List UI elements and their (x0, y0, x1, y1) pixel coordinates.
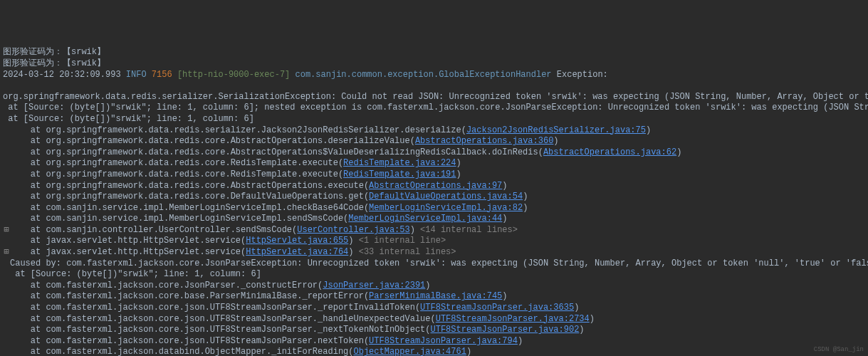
source-link[interactable]: ParserMinimalBase.java:745 (369, 291, 502, 301)
log-timestamp: 2024-03-12 20:32:09.993 (3, 70, 121, 80)
stack-suffix: ) (425, 281, 430, 290)
stack-frame: at org.springframework.data.redis.core.R… (3, 158, 865, 169)
gutter-spacer (3, 147, 10, 159)
exception-source-2: at [Source: (byte[])"srwik"; line: 1, co… (3, 114, 865, 125)
source-link[interactable]: JsonParser.java:2391 (323, 281, 425, 290)
stack-suffix: ) (579, 325, 584, 335)
stack-prefix: at org.springframework.data.redis.core.R… (10, 158, 343, 168)
stack-prefix: at org.springframework.data.redis.core.A… (10, 181, 369, 191)
gutter-spacer (3, 136, 10, 147)
exception-message: org.springframework.data.redis.serialize… (3, 92, 865, 103)
gutter-spacer (3, 303, 10, 314)
stack-prefix: at com.sanjin.service.impl.MemberLoginSe… (10, 203, 369, 213)
stack-suffix: ) (553, 136, 558, 146)
gutter-spacer (3, 347, 10, 356)
stack-prefix: at com.fasterxml.jackson.core.base.Parse… (10, 291, 369, 301)
stack-prefix: at com.fasterxml.jackson.core.json.UTF8S… (10, 314, 436, 324)
stack-frame: at org.springframework.data.redis.core.R… (3, 169, 865, 181)
source-link[interactable]: UTF8StreamJsonParser.java:2734 (436, 314, 590, 324)
stack-frame: at com.fasterxml.jackson.core.json.UTF8S… (3, 314, 865, 325)
caused-by-source: at [Source: (byte[])"srwik"; line: 1, co… (3, 269, 865, 281)
expand-icon[interactable]: ⊞ (3, 247, 10, 258)
stack-frame: at javax.servlet.http.HttpServlet.servic… (3, 236, 865, 247)
source-link[interactable]: UserController.java:53 (297, 225, 409, 235)
stack-frame: ⊞ at javax.servlet.http.HttpServlet.serv… (3, 247, 865, 258)
stack-suffix: ) (502, 181, 507, 191)
stack-suffix: ) (518, 336, 523, 346)
gutter-spacer (3, 125, 10, 137)
source-link[interactable]: UTF8StreamJsonParser.java:902 (431, 325, 580, 335)
source-link[interactable]: Jackson2JsonRedisSerializer.java:75 (466, 125, 646, 135)
gutter-spacer (3, 181, 10, 192)
log-level: INFO (126, 70, 147, 80)
internal-lines: <33 internal lines> (359, 247, 456, 257)
source-link[interactable]: MemberLoginServiceImpl.java:44 (348, 214, 502, 224)
gutter-spacer (3, 325, 10, 336)
stack-suffix: ) (410, 225, 420, 235)
stack-prefix: at org.springframework.data.redis.core.D… (10, 192, 369, 201)
watermark: CSDN @San_jin (814, 346, 864, 355)
stack-prefix: at com.fasterxml.jackson.databind.Object… (10, 347, 353, 356)
stack-prefix: at com.sanjin.service.impl.MemberLoginSe… (10, 214, 348, 224)
gutter-spacer (3, 314, 10, 325)
stack-frame: at org.springframework.data.redis.core.A… (3, 181, 865, 192)
stack-frame: ⊞ at com.sanjin.controller.UserControlle… (3, 225, 865, 236)
log-class-name: com.sanjin.common.exception.GlobalExcept… (296, 70, 552, 80)
source-link[interactable]: AbstractOperations.java:360 (415, 136, 553, 146)
caused-by-message: Caused by: com.fasterxml.jackson.core.Js… (3, 258, 865, 270)
stack-prefix: at org.springframework.data.redis.core.A… (10, 147, 543, 157)
stack-frame: at org.springframework.data.redis.serial… (3, 125, 865, 137)
source-link[interactable]: MemberLoginServiceImpl.java:82 (369, 203, 523, 213)
stack-prefix: at com.fasterxml.jackson.core.JsonParser… (10, 281, 323, 290)
stack-suffix: ) (646, 125, 651, 135)
log-exception-label: Exception: (552, 70, 608, 80)
source-link[interactable]: ObjectMapper.java:4761 (353, 347, 466, 356)
blank-line (3, 80, 865, 92)
log-thread-name: [http-nio-9000-exec-7] (177, 70, 290, 80)
internal-lines: <14 internal lines> (420, 225, 518, 235)
source-link[interactable]: UTF8StreamJsonParser.java:3635 (420, 303, 574, 313)
stack-suffix: ) (676, 147, 681, 157)
source-link[interactable]: RedisTemplate.java:191 (343, 169, 456, 179)
source-link[interactable]: RedisTemplate.java:224 (343, 158, 456, 168)
gutter-spacer (3, 281, 10, 292)
stack-prefix: at org.springframework.data.redis.serial… (10, 125, 466, 135)
stack-suffix: ) (456, 169, 461, 179)
stack-suffix: ) (590, 314, 595, 324)
log-thread-id: 7156 (152, 70, 172, 80)
stack-frame: at com.sanjin.service.impl.MemberLoginSe… (3, 203, 865, 214)
source-link[interactable]: DefaultValueOperations.java:54 (369, 192, 523, 201)
stack-suffix: ) (523, 203, 528, 213)
stack-suffix: ) (523, 192, 528, 201)
gutter-spacer (3, 158, 10, 169)
stack-frame: at org.springframework.data.redis.core.A… (3, 136, 865, 147)
gutter-spacer (3, 169, 10, 181)
log-meta-line: 2024-03-12 20:32:09.993 INFO 7156 [http-… (3, 70, 865, 81)
stack-prefix: at com.fasterxml.jackson.core.json.UTF8S… (10, 303, 420, 313)
stack-suffix: ) (348, 247, 358, 257)
source-link[interactable]: HttpServlet.java:764 (246, 247, 348, 257)
stack-frame: at org.springframework.data.redis.core.D… (3, 192, 865, 203)
gutter-spacer (3, 214, 10, 225)
stack-frame: at com.sanjin.service.impl.MemberLoginSe… (3, 214, 865, 225)
stack-prefix: at com.sanjin.controller.UserController.… (10, 225, 297, 235)
source-link[interactable]: AbstractOperations.java:62 (543, 147, 676, 157)
stack-suffix: ) (456, 158, 461, 168)
stack-prefix: at javax.servlet.http.HttpServlet.servic… (10, 247, 246, 257)
stack-frame: at com.fasterxml.jackson.core.json.UTF8S… (3, 303, 865, 314)
gutter-spacer (3, 336, 10, 347)
stack-frame: at com.fasterxml.jackson.databind.Object… (3, 347, 865, 356)
stack-suffix: ) (502, 291, 507, 301)
stack-prefix: at javax.servlet.http.HttpServlet.servic… (10, 236, 246, 246)
source-link[interactable]: HttpServlet.java:655 (246, 236, 348, 246)
stack-suffix: ) (502, 214, 507, 224)
console-log-output: 图形验证码为：【srwik】图形验证码为：【srwik】2024-03-12 2… (3, 47, 865, 356)
internal-lines: <1 internal line> (359, 236, 446, 246)
expand-icon[interactable]: ⊞ (3, 225, 10, 236)
stack-suffix: ) (466, 347, 471, 356)
source-link[interactable]: UTF8StreamJsonParser.java:794 (369, 336, 518, 346)
source-link[interactable]: AbstractOperations.java:97 (369, 181, 502, 191)
gutter-spacer (3, 291, 10, 303)
verify-code-line-1: 图形验证码为：【srwik】 (3, 47, 865, 58)
stack-frame: at com.fasterxml.jackson.core.json.UTF8S… (3, 325, 865, 336)
